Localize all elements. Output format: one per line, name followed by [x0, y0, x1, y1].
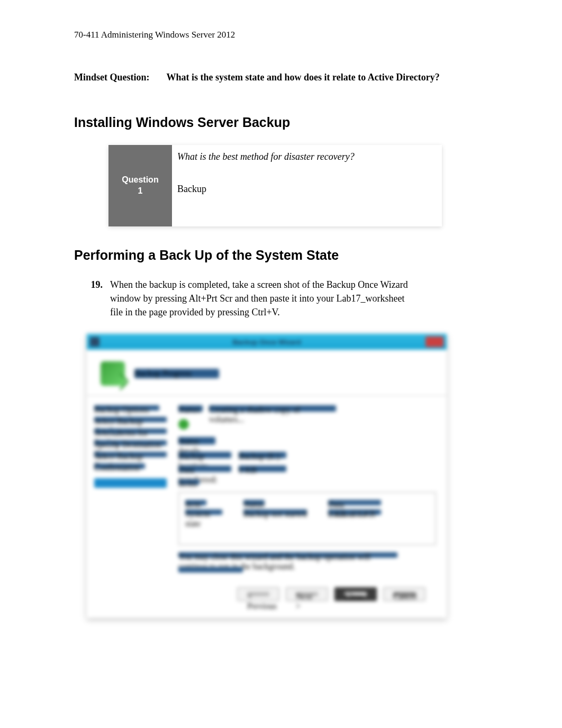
wizard-body: Backup Options Select Backup Configurat.…: [87, 396, 447, 618]
backup-location-label: Backup location:: [178, 452, 231, 458]
question-text: What is the best method for disaster rec…: [177, 151, 433, 162]
step-row: 19. When the backup is completed, take a…: [87, 278, 504, 319]
col-header-status: Status: [243, 500, 265, 505]
col-header-item: Item: [185, 500, 206, 505]
answer-text: Backup: [177, 184, 433, 195]
close-button[interactable]: Close: [334, 587, 377, 601]
backup-progress-icon: [101, 361, 125, 386]
status-label: Status:: [178, 405, 203, 412]
table-cell: 0 KB of 0 KB: [328, 509, 381, 515]
mindset-question-row: Mindset Question: What is the system sta…: [74, 72, 504, 83]
previous-button[interactable]: < Previous: [237, 587, 279, 601]
next-button[interactable]: Next >: [286, 587, 328, 601]
question-badge: Question 1: [108, 145, 172, 226]
wizard-note: You may close this wizard and the backup…: [178, 552, 397, 558]
mindset-text: What is the system state and how does it…: [167, 72, 440, 83]
data-transferred-label: Data transferred:: [178, 466, 231, 472]
sidebar-item[interactable]: Specify Destination Type: [94, 440, 167, 445]
sidebar-item[interactable]: Backup Options: [94, 405, 159, 411]
mindset-label: Mindset Question:: [74, 72, 150, 83]
wizard-sidebar: Backup Options Select Backup Configurat.…: [87, 396, 174, 618]
wizard-button-row: < Previous Next > Close Cancel: [178, 580, 436, 612]
system-menu-icon[interactable]: [90, 337, 99, 347]
sidebar-item[interactable]: Select Backup Configurat...: [94, 417, 167, 422]
wizard-main: Status: Creating a shadow copy of volume…: [174, 396, 447, 618]
col-header-data: Data transferred: [328, 500, 381, 505]
table-cell: System state: [185, 509, 222, 515]
question-badge-label: Question: [111, 175, 170, 186]
data-transferred-value: 0 KB: [239, 466, 286, 472]
section-heading-install: Installing Windows Server Backup: [74, 115, 504, 130]
close-icon[interactable]: [425, 336, 443, 347]
section-heading-backup: Performing a Back Up of the System State: [74, 248, 504, 263]
wizard-titlebar: Backup Once Wizard: [87, 334, 447, 350]
sidebar-item[interactable]: Select Backup Destination: [94, 452, 167, 457]
wizard-note: [178, 567, 243, 572]
backup-wizard-screenshot: Backup Once Wizard Backup Progress Backu…: [87, 334, 447, 618]
document-header: 70-411 Administering Windows Server 2012: [74, 30, 504, 40]
sidebar-item[interactable]: Confirmation: [94, 463, 145, 469]
status-details-label: Status details: [178, 437, 215, 444]
cancel-button[interactable]: Cancel: [383, 587, 425, 601]
sidebar-item-active[interactable]: [94, 478, 167, 488]
question-body: What is the best method for disaster rec…: [172, 145, 442, 226]
step-text: When the backup is completed, take a scr…: [110, 278, 417, 319]
items-table: Item System state Status Backup not star…: [178, 492, 436, 545]
wizard-header: Backup Progress: [87, 350, 447, 396]
progress-indicator-icon: [178, 419, 189, 430]
question-badge-number: 1: [111, 186, 170, 197]
sidebar-item[interactable]: Select Items for Backup: [94, 429, 167, 434]
question-card: Question 1 What is the best method for d…: [108, 145, 442, 226]
step-number: 19.: [87, 278, 103, 319]
items-label: Items: [178, 479, 200, 485]
wizard-title: Backup Once Wizard: [232, 338, 301, 346]
table-cell: Backup not started: [243, 509, 307, 515]
backup-location-value: Backup (E:): [239, 452, 286, 458]
status-text: Creating a shadow copy of volumes...: [209, 405, 336, 412]
wizard-heading: Backup Progress: [134, 369, 219, 378]
